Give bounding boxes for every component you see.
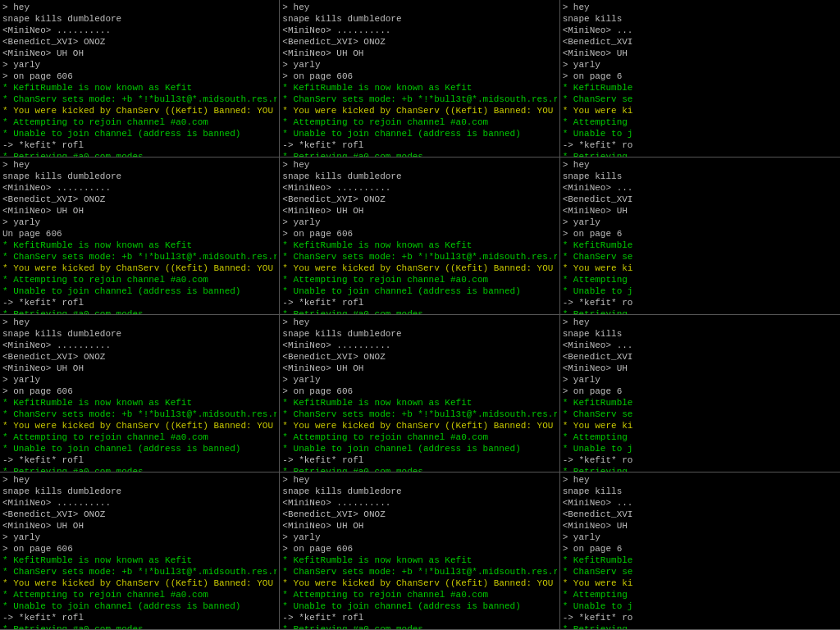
panel-2-line-3: <Benedict_XVI (563, 36, 838, 48)
panel-10-line-11: * Unable to join channel (address is ban… (282, 600, 556, 612)
panel-10-line-4: <MiniNeo> UH OH (282, 520, 556, 532)
panel-11-line-11: * Unable to j (563, 600, 838, 612)
panel-8-line-4: <MiniNeo> UH (563, 363, 838, 374)
panel-1-line-11: * Unable to join channel (address is ban… (282, 128, 556, 139)
panel-7-line-2: <MiniNeo> .......... (282, 340, 556, 351)
panel-5-line-13: * Retrieving (563, 308, 838, 315)
panel-8-line-3: <Benedict_XVI (563, 351, 838, 363)
panel-9-line-13: * Retrieving #a0.com modes... (2, 623, 276, 630)
panel-4-line-3: <Benedict_XVI> ONOZ (282, 194, 556, 205)
panel-5-line-3: <Benedict_XVI (563, 194, 838, 205)
panel-10-line-12: -> *kefit* rofl (282, 612, 556, 623)
panel-10-line-3: <Benedict_XVI> ONOZ (282, 509, 556, 520)
panel-0-line-8: * ChanServ sets mode: +b *!*bull3t@*.mid… (2, 94, 276, 105)
panel-10-line-1: snape kills dumbledore (282, 486, 556, 497)
panel-10-line-9: * You were kicked by ChanServ ((Kefit) B… (282, 578, 556, 589)
panel-6-line-3: <Benedict_XVI> ONOZ (2, 351, 276, 363)
panel-2-line-7: * KefitRumble (563, 82, 838, 94)
panel-2-line-6: > on page 6 (563, 71, 838, 82)
panel-7-line-13: * Retrieving #a0.com modes... (282, 466, 556, 472)
panel-11: > heysnape kills<MiniNeo> ...<Benedict_X… (560, 472, 840, 630)
panel-7-line-1: snape kills dumbledore (282, 328, 556, 340)
panel-10-line-13: * Retrieving #a0.com modes... (282, 623, 556, 630)
panel-0-line-12: -> *kefit* rofl (2, 139, 276, 151)
panel-6-line-6: > on page 606 (2, 386, 276, 397)
panel-6-line-9: * You were kicked by ChanServ ((Kefit) B… (2, 420, 276, 431)
panel-5-line-2: <MiniNeo> ... (563, 182, 838, 194)
panel-0-line-7: * KefitRumble is now known as Kefit (2, 82, 276, 94)
panel-0-line-4: <MiniNeo> UH OH (2, 48, 276, 59)
panel-4-line-9: * You were kicked by ChanServ ((Kefit) B… (282, 262, 556, 274)
panel-0-line-10: * Attempting to rejoin channel #a0.com (2, 116, 276, 128)
panel-1-line-12: -> *kefit* rofl (282, 139, 556, 151)
panel-11-line-9: * You were ki (563, 578, 838, 589)
panel-4-line-8: * ChanServ sets mode: +b *!*bull3t@*.mid… (282, 251, 556, 262)
panel-1-line-6: > on page 606 (282, 71, 556, 82)
panel-9-line-8: * ChanServ sets mode: +b *!*bull3t@*.mid… (2, 566, 276, 578)
panel-3-line-7: * KefitRumble is now known as Kefit (2, 240, 276, 251)
panel-8-line-1: snape kills (563, 328, 838, 340)
panel-4-line-6: > on page 606 (282, 228, 556, 240)
panel-6-line-5: > yarly (2, 374, 276, 386)
panel-4-line-5: > yarly (282, 217, 556, 228)
panel-7-line-12: -> *kefit* rofl (282, 454, 556, 466)
panel-2-line-5: > yarly (563, 59, 838, 71)
panel-5-line-8: * ChanServ se (563, 251, 838, 262)
panel-3-line-9: * You were kicked by ChanServ ((Kefit) B… (2, 262, 276, 274)
panel-9-line-11: * Unable to join channel (address is ban… (2, 600, 276, 612)
panel-8-line-2: <MiniNeo> ... (563, 340, 838, 351)
panel-8-line-12: -> *kefit* ro (563, 454, 838, 466)
panel-11-line-0: > hey (563, 474, 838, 486)
panel-6-line-8: * ChanServ sets mode: +b *!*bull3t@*.mid… (2, 409, 276, 420)
panel-0-line-0: > hey (2, 2, 276, 13)
panel-11-line-5: > yarly (563, 532, 838, 543)
panel-7-line-11: * Unable to join channel (address is ban… (282, 443, 556, 454)
panel-3-line-4: <MiniNeo> UH OH (2, 205, 276, 217)
panel-2-line-0: > hey (563, 2, 838, 13)
panel-10-line-2: <MiniNeo> .......... (282, 497, 556, 509)
panel-1-line-2: <MiniNeo> .......... (282, 25, 556, 36)
panel-6-line-10: * Attempting to rejoin channel #a0.com (2, 431, 276, 443)
panel-2-line-8: * ChanServ se (563, 94, 838, 105)
panel-1-line-9: * You were kicked by ChanServ ((Kefit) B… (282, 105, 556, 116)
panel-10-line-10: * Attempting to rejoin channel #a0.com (282, 589, 556, 600)
panel-2-line-11: * Unable to j (563, 128, 838, 139)
panel-8: > heysnape kills<MiniNeo> ...<Benedict_X… (560, 315, 840, 472)
panel-4-line-13: * Retrieving #a0.com modes... (282, 308, 556, 315)
panel-9-line-6: > on page 606 (2, 543, 276, 555)
panel-4-line-11: * Unable to join channel (address is ban… (282, 285, 556, 297)
panel-3-line-3: <Benedict_XVI> ONOZ (2, 194, 276, 205)
panel-0-line-3: <Benedict_XVI> ONOZ (2, 36, 276, 48)
panel-11-line-10: * Attempting (563, 589, 838, 600)
panel-3-line-5: > yarly (2, 217, 276, 228)
panel-3-line-6: Un page 606 (2, 228, 276, 240)
panel-6-line-0: > hey (2, 317, 276, 328)
panel-11-line-1: snape kills (563, 486, 838, 497)
panel-0-line-13: * Retrieving #a0.com modes... (2, 151, 276, 158)
panel-9-line-4: <MiniNeo> UH OH (2, 520, 276, 532)
panel-7-line-9: * You were kicked by ChanServ ((Kefit) B… (282, 420, 556, 431)
panel-6-line-7: * KefitRumble is now known as Kefit (2, 397, 276, 409)
panel-6-line-4: <MiniNeo> UH OH (2, 363, 276, 374)
panel-3-line-12: -> *kefit* rofl (2, 297, 276, 308)
panel-6-line-13: * Retrieving #a0.com modes... (2, 466, 276, 472)
panel-0-line-5: > yarly (2, 59, 276, 71)
panel-0-line-2: <MiniNeo> .......... (2, 25, 276, 36)
panel-3-line-8: * ChanServ sets mode: +b *!*bull3t@*.mid… (2, 251, 276, 262)
panel-0-line-9: * You were kicked by ChanServ ((Kefit) B… (2, 105, 276, 116)
panel-2-line-12: -> *kefit* ro (563, 139, 838, 151)
panel-11-line-4: <MiniNeo> UH (563, 520, 838, 532)
panel-1-line-4: <MiniNeo> UH OH (282, 48, 556, 59)
panel-1-line-3: <Benedict_XVI> ONOZ (282, 36, 556, 48)
panel-6-line-11: * Unable to join channel (address is ban… (2, 443, 276, 454)
panel-11-line-12: -> *kefit* ro (563, 612, 838, 623)
panel-5: > heysnape kills<MiniNeo> ...<Benedict_X… (560, 158, 840, 315)
panel-3: > heysnape kills dumbledore<MiniNeo> ...… (0, 158, 280, 315)
panel-7-line-4: <MiniNeo> UH OH (282, 363, 556, 374)
panel-4-line-10: * Attempting to rejoin channel #a0.com (282, 274, 556, 285)
panel-2-line-13: * Retrieving (563, 151, 838, 158)
panel-4-line-2: <MiniNeo> .......... (282, 182, 556, 194)
panel-1: > heysnape kills dumbledore<MiniNeo> ...… (280, 0, 559, 158)
panel-7-line-6: > on page 606 (282, 386, 556, 397)
panel-5-line-10: * Attempting (563, 274, 838, 285)
